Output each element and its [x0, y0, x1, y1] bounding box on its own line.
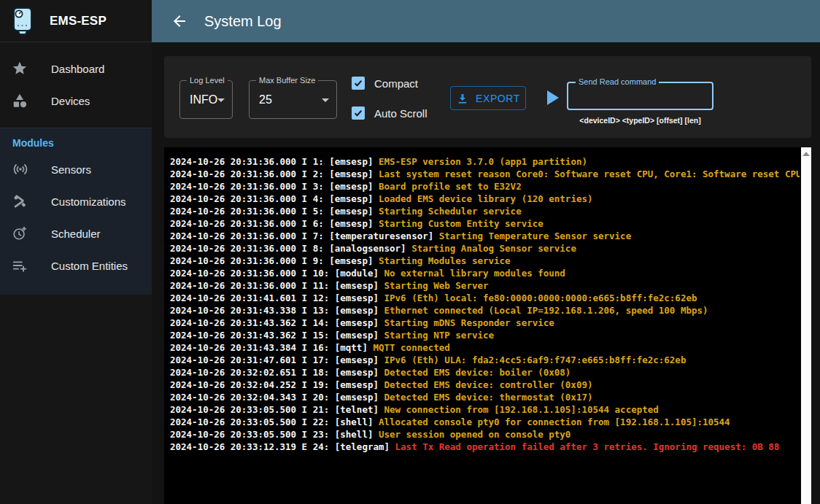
chevron-down-icon [322, 98, 329, 102]
autoscroll-checkbox-row[interactable]: Auto Scroll [352, 106, 428, 120]
sidebar-modules-section: Modules Sensors [0, 128, 152, 295]
log-line: 2024-10-26 20:31:36.000 I 8: [analogsens… [170, 242, 800, 255]
max-buffer-select[interactable]: Max Buffer Size 25 [249, 80, 337, 119]
play-icon [547, 90, 559, 105]
checkbox-checked-icon[interactable] [352, 106, 365, 120]
playlist-add-icon [12, 257, 41, 274]
system-log-console: 2024-10-26 20:31:36.000 I 1: [emsesp] EM… [164, 147, 811, 504]
log-lines: 2024-10-26 20:31:36.000 I 1: [emsesp] EM… [170, 155, 800, 453]
category-icon [12, 93, 41, 109]
page-root: EMS-ESP Dashboard Devices [0, 0, 820, 504]
sidebar: EMS-ESP Dashboard Devices [0, 0, 152, 504]
log-line: 2024-10-26 20:31:43.338 I 13: [emsesp] E… [170, 304, 800, 317]
log-line: 2024-10-26 20:32:04.252 I 19: [emsesp] D… [170, 379, 800, 391]
modules-section-title: Modules [0, 128, 152, 153]
sidebar-item-customizations[interactable]: Customizations [0, 185, 152, 217]
sidebar-main-nav: Dashboard Devices [0, 42, 152, 128]
checkbox-checked-icon[interactable] [352, 77, 365, 90]
compact-checkbox-label: Compact [374, 77, 418, 90]
log-line: 2024-10-26 20:33:05.500 I 22: [shell] Al… [170, 416, 800, 428]
export-button[interactable]: EXPORT [450, 86, 526, 110]
sidebar-item-label: Customizations [51, 195, 126, 208]
sidebar-item-sensors[interactable]: Sensors [0, 153, 152, 185]
log-line: 2024-10-26 20:32:02.651 I 18: [emsesp] D… [170, 366, 800, 379]
log-line: 2024-10-26 20:31:36.000 I 1: [emsesp] EM… [170, 155, 800, 168]
log-line: 2024-10-26 20:31:36.000 I 9: [emsesp] St… [170, 255, 800, 267]
sidebar-item-label: Scheduler [51, 228, 101, 240]
arrow-left-icon [171, 12, 188, 30]
log-line: 2024-10-26 20:32:04.343 I 20: [emsesp] D… [170, 391, 800, 403]
log-line: 2024-10-26 20:31:36.000 I 11: [emsesp] S… [170, 279, 800, 292]
log-line: 2024-10-26 20:33:12.319 E 24: [telegram]… [170, 441, 800, 453]
send-read-command-input[interactable] [568, 83, 712, 109]
sidebar-item-custom-entities[interactable]: Custom Entities [0, 249, 152, 282]
sidebar-item-label: Sensors [51, 163, 91, 176]
scheduler-icon [12, 225, 41, 241]
star-icon [12, 61, 41, 77]
app-title: EMS-ESP [50, 14, 107, 28]
sidebar-item-devices[interactable]: Devices [0, 85, 152, 117]
autoscroll-checkbox-label: Auto Scroll [374, 107, 428, 120]
boiler-logo-icon [12, 6, 34, 36]
log-line: 2024-10-26 20:31:43.384 I 16: [mqtt] MQT… [170, 341, 800, 354]
sidebar-item-dashboard[interactable]: Dashboard [0, 53, 152, 85]
log-line: 2024-10-26 20:31:36.000 I 2: [emsesp] La… [170, 168, 800, 180]
construction-icon [12, 193, 41, 209]
page-title: System Log [204, 13, 282, 30]
sidebar-item-scheduler[interactable]: Scheduler [0, 217, 152, 249]
log-line: 2024-10-26 20:31:36.000 I 7: [temperatur… [170, 230, 800, 242]
max-buffer-value: 25 [259, 93, 272, 106]
download-icon [456, 92, 469, 105]
log-line: 2024-10-26 20:33:05.500 I 23: [shell] Us… [170, 428, 800, 441]
scrollbar-up-arrow-icon[interactable] [802, 152, 810, 156]
log-line: 2024-10-26 20:31:41.601 I 12: [emsesp] I… [170, 292, 800, 304]
page-header: System Log [152, 0, 820, 42]
log-scrollbar[interactable] [801, 147, 811, 504]
sidebar-item-label: Devices [51, 95, 90, 107]
log-line: 2024-10-26 20:31:36.000 I 6: [emsesp] St… [170, 217, 800, 230]
log-line: 2024-10-26 20:31:36.000 I 5: [emsesp] St… [170, 205, 800, 217]
chevron-down-icon [217, 98, 225, 102]
send-read-command-field: Send Read command [567, 82, 713, 110]
log-level-select[interactable]: Log Level INFO [179, 80, 233, 119]
send-command-button[interactable] [547, 90, 563, 106]
compact-checkbox-row[interactable]: Compact [352, 77, 418, 90]
export-button-label: EXPORT [476, 93, 520, 104]
sensors-icon [12, 160, 41, 178]
log-line: 2024-10-26 20:31:43.362 I 14: [emsesp] S… [170, 317, 800, 329]
log-level-label: Log Level [187, 76, 228, 85]
max-buffer-label: Max Buffer Size [256, 76, 318, 85]
sidebar-item-label: Dashboard [51, 63, 104, 75]
log-line: 2024-10-26 20:31:36.000 I 4: [emsesp] Lo… [170, 193, 800, 205]
app-logo-block: EMS-ESP [0, 0, 152, 42]
log-line: 2024-10-26 20:33:05.500 I 21: [telnet] N… [170, 403, 800, 416]
send-read-command-hint: <deviceID> <typeID> [offset] [len] [567, 116, 713, 125]
log-line: 2024-10-26 20:31:36.000 I 3: [emsesp] Bo… [170, 180, 800, 193]
sidebar-item-label: Custom Entities [51, 260, 128, 272]
log-line: 2024-10-26 20:31:47.601 I 17: [emsesp] I… [170, 354, 800, 366]
log-line: 2024-10-26 20:31:36.000 I 10: [module] N… [170, 267, 800, 279]
log-level-value: INFO [190, 93, 217, 106]
log-line: 2024-10-26 20:31:43.362 I 15: [emsesp] S… [170, 329, 800, 341]
log-controls-card: Log Level INFO Max Buffer Size 25 Compac… [164, 56, 811, 138]
back-button[interactable] [166, 8, 193, 34]
